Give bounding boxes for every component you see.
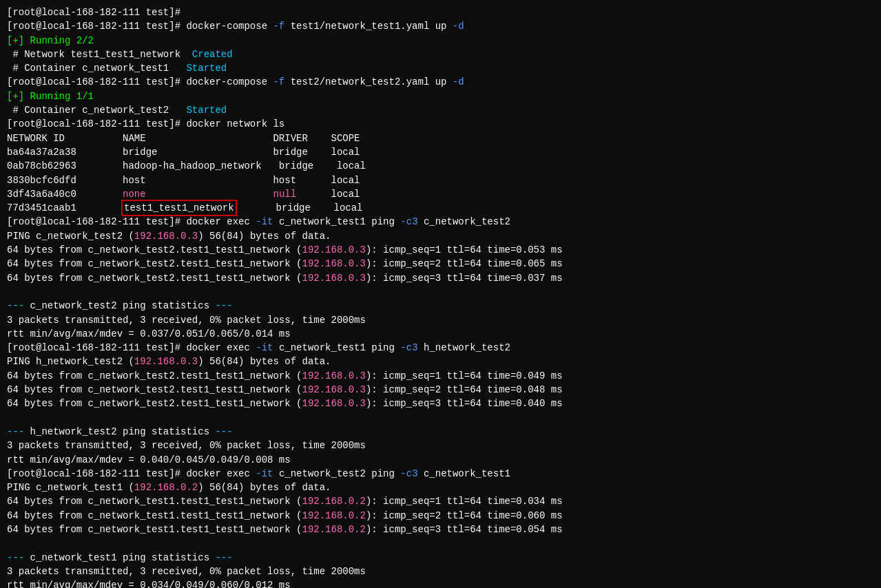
line-38: 64 bytes from c_network_test1.test1_test…: [7, 523, 874, 536]
line-15-highlighted: 77d3451caab1 test1_test1_network bridge …: [7, 201, 874, 215]
line-26: PING h_network_test2 (192.168.0.3) 56(84…: [7, 355, 874, 368]
line-36: 64 bytes from c_network_test1.test1_test…: [7, 494, 874, 508]
line-34: [root@local-168-182-111 test]# docker ex…: [7, 467, 874, 481]
line-21: [7, 285, 874, 299]
line-18: 64 bytes from c_network_test2.test1_test…: [7, 243, 874, 257]
line-32: 3 packets transmitted, 3 received, 0% pa…: [7, 439, 874, 452]
line-42: rtt min/avg/max/mdev = 0.034/0.049/0.060…: [7, 578, 874, 588]
line-11: ba64a37a2a38 bridge bridge local: [7, 145, 874, 159]
line-40: --- c_network_test1 ping statistics ---: [7, 551, 874, 565]
line-39: [7, 536, 874, 550]
line-29: 64 bytes from c_network_test2.test1_test…: [7, 397, 874, 410]
line-41: 3 packets transmitted, 3 received, 0% pa…: [7, 565, 874, 578]
line-25: [root@local-168-182-111 test]# docker ex…: [7, 341, 874, 355]
line-2: [root@local-168-182-111 test]# docker-co…: [7, 19, 874, 33]
line-16: [root@local-168-182-111 test]# docker ex…: [7, 215, 874, 229]
line-31: --- h_network_test2 ping statistics ---: [7, 425, 874, 439]
line-8: # Container c_network_test2 Started: [7, 103, 874, 117]
line-3: [+] Running 2/2: [7, 34, 874, 48]
line-12: 0ab78cb62963 hadoop-ha_hadoop_network br…: [7, 159, 874, 173]
line-17: PING c_network_test2 (192.168.0.3) 56(84…: [7, 229, 874, 243]
line-5: # Container c_network_test1 Started: [7, 61, 874, 75]
line-33: rtt min/avg/max/mdev = 0.040/0.045/0.049…: [7, 453, 874, 467]
line-35: PING c_network_test1 (192.168.0.2) 56(84…: [7, 481, 874, 494]
line-28: 64 bytes from c_network_test2.test1_test…: [7, 383, 874, 397]
line-27: 64 bytes from c_network_test2.test1_test…: [7, 369, 874, 383]
line-23: 3 packets transmitted, 3 received, 0% pa…: [7, 313, 874, 327]
line-9: [root@local-168-182-111 test]# docker ne…: [7, 117, 874, 131]
line-22: --- c_network_test2 ping statistics ---: [7, 299, 874, 313]
line-30: [7, 411, 874, 425]
line-14: 3df43a6a40c0 none null local: [7, 187, 874, 201]
line-6: [root@local-168-182-111 test]# docker-co…: [7, 75, 874, 89]
line-1: [root@local-168-182-111 test]#: [7, 6, 874, 19]
line-13: 3830bcfc6dfd host host local: [7, 174, 874, 187]
line-20: 64 bytes from c_network_test2.test1_test…: [7, 271, 874, 285]
line-10-header: NETWORK ID NAME DRIVER SCOPE: [7, 132, 874, 145]
line-4: # Network test1_test1_network Created: [7, 48, 874, 61]
line-24: rtt min/avg/max/mdev = 0.037/0.051/0.065…: [7, 327, 874, 341]
terminal: [root@local-168-182-111 test]# [root@loc…: [7, 6, 874, 588]
line-19: 64 bytes from c_network_test2.test1_test…: [7, 257, 874, 271]
line-7: [+] Running 1/1: [7, 90, 874, 103]
line-37: 64 bytes from c_network_test1.test1_test…: [7, 509, 874, 523]
